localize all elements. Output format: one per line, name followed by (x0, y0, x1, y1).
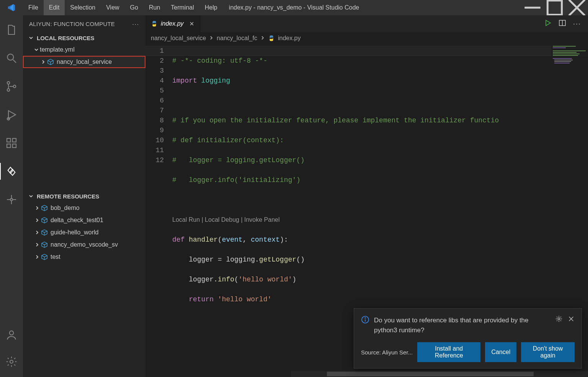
nancy-local-service-item[interactable]: nancy_local_service (23, 56, 145, 68)
svg-rect-12 (7, 144, 10, 148)
local-resources-section[interactable]: LOCAL RESOURCES (23, 32, 145, 44)
remote-item[interactable]: bob_demo (23, 202, 145, 214)
chevron-right-icon (209, 35, 214, 42)
window-controls (521, 0, 588, 15)
menu-terminal[interactable]: Terminal (165, 0, 199, 15)
item-label: test (51, 253, 60, 260)
editor-more-button[interactable]: ··· (573, 20, 581, 28)
tab-label: index.py (161, 20, 184, 27)
toast-close-button[interactable] (568, 315, 575, 324)
chevron-right-icon (40, 59, 47, 65)
run-file-button[interactable] (544, 19, 552, 28)
breadcrumbs[interactable]: nancy_local_service nancy_local_fc index… (145, 32, 588, 44)
item-label: delta_check_test01 (51, 217, 103, 224)
window-maximize-button[interactable] (544, 0, 566, 15)
chevron-right-icon (34, 242, 41, 247)
menu-go[interactable]: Go (125, 0, 144, 15)
toast-message: Do you want to reference libs that are p… (374, 315, 551, 335)
chevron-right-icon (260, 35, 265, 42)
aliyun-fc-icon[interactable] (0, 160, 23, 183)
split-editor-button[interactable] (559, 19, 566, 28)
notification-toast: Do you want to reference libs that are p… (354, 308, 582, 369)
svg-point-8 (13, 85, 16, 88)
svg-rect-1 (547, 0, 562, 15)
tab-index-py[interactable]: index.py (145, 15, 201, 32)
service-cube-icon (41, 204, 48, 212)
remote-icon[interactable] (0, 188, 23, 211)
window-minimize-button[interactable] (521, 0, 544, 15)
remote-item[interactable]: test (23, 251, 145, 263)
search-icon[interactable] (0, 47, 23, 70)
item-label: guide-hello_world (51, 229, 98, 236)
tab-close-button[interactable] (188, 20, 195, 27)
panel-title: ALIYUN: FUNCTION COMPUTE (29, 21, 115, 27)
horizontal-scrollbar[interactable] (291, 371, 588, 377)
breadcrumb-seg[interactable]: nancy_local_service (151, 35, 206, 42)
accounts-icon[interactable] (0, 323, 23, 346)
settings-gear-icon[interactable] (0, 350, 23, 373)
chevron-down-icon (28, 35, 34, 41)
line-gutter: 123456789101112 (145, 44, 172, 377)
template-yml-item[interactable]: template.yml (23, 44, 145, 56)
remote-resources-tree: bob_demo delta_check_test01 guide-hello_… (23, 202, 145, 263)
vscode-logo-icon (0, 3, 23, 12)
service-cube-icon (41, 253, 48, 261)
panel-header: ALIYUN: FUNCTION COMPUTE ··· (23, 15, 145, 32)
chevron-right-icon (34, 254, 41, 260)
install-reference-button[interactable]: Install and Reference (417, 342, 480, 362)
breadcrumb-seg[interactable]: nancy_local_fc (217, 35, 257, 42)
svg-point-16 (10, 331, 14, 335)
menu-file[interactable]: File (23, 0, 44, 15)
side-panel: ALIYUN: FUNCTION COMPUTE ··· LOCAL RESOU… (23, 15, 145, 377)
toast-settings-button[interactable] (555, 315, 562, 324)
local-resources-tree: template.yml nancy_local_service (23, 44, 145, 68)
activity-bar (0, 15, 23, 377)
section-label: LOCAL RESOURCES (37, 35, 95, 41)
toast-source: Source: Aliyun Ser... (361, 349, 413, 356)
chevron-right-icon (34, 230, 41, 235)
python-file-icon (268, 35, 275, 42)
scrollbar-thumb[interactable] (327, 372, 534, 376)
menu-selection[interactable]: Selection (65, 0, 101, 15)
item-label: template.yml (40, 46, 75, 53)
menu-help[interactable]: Help (199, 0, 223, 15)
cancel-button[interactable]: Cancel (485, 342, 516, 362)
item-label: nancy_demo_vscode_sv (51, 241, 118, 248)
svg-rect-11 (7, 138, 10, 142)
menu-view[interactable]: View (101, 0, 124, 15)
info-icon (361, 315, 369, 324)
menu-edit[interactable]: Edit (44, 0, 65, 15)
explorer-icon[interactable] (0, 18, 23, 41)
svg-point-6 (7, 81, 10, 84)
window-close-button[interactable] (566, 0, 588, 15)
source-control-icon[interactable] (0, 75, 23, 98)
panel-more-button[interactable]: ··· (132, 21, 139, 27)
extensions-icon[interactable] (0, 132, 23, 154)
python-file-icon (151, 20, 158, 27)
service-cube-icon (47, 58, 54, 66)
remote-item[interactable]: guide-hello_world (23, 226, 145, 239)
editor-area: index.py ··· nancy_local_service nancy_l… (145, 15, 588, 377)
run-debug-icon[interactable] (0, 103, 23, 126)
codelens[interactable]: Local Run | Local Debug | Invoke Panel (172, 215, 588, 225)
item-label: bob_demo (51, 205, 80, 211)
svg-marker-32 (546, 20, 550, 26)
svg-rect-14 (13, 138, 16, 142)
dont-show-again-button[interactable]: Don't show again (521, 342, 575, 362)
svg-line-5 (13, 60, 16, 63)
svg-point-37 (365, 318, 366, 318)
tab-bar: index.py ··· (145, 15, 588, 32)
menu-run[interactable]: Run (144, 0, 165, 15)
chevron-right-icon (34, 205, 41, 211)
service-cube-icon (41, 216, 48, 224)
chevron-down-icon (28, 193, 34, 199)
service-cube-icon (41, 241, 48, 249)
remote-item[interactable]: delta_check_test01 (23, 214, 145, 226)
remote-item[interactable]: nancy_demo_vscode_sv (23, 239, 145, 251)
svg-point-17 (10, 360, 13, 363)
title-bar: File Edit Selection View Go Run Terminal… (0, 0, 588, 15)
remote-resources-section[interactable]: REMOTE RESOURCES (23, 190, 145, 202)
item-label: nancy_local_service (57, 58, 112, 65)
svg-point-38 (558, 318, 560, 320)
breadcrumb-seg[interactable]: index.py (278, 35, 301, 42)
